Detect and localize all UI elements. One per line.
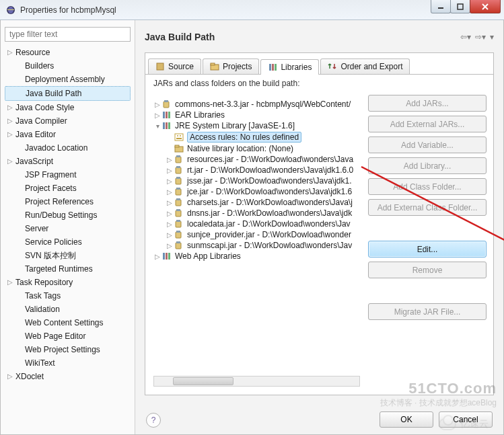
- tab-order-and-export[interactable]: Order and Export: [320, 58, 410, 74]
- tree-node[interactable]: Access rules: No rules defined: [152, 131, 361, 143]
- order-icon: [328, 62, 337, 71]
- nav-item-label: Web Project Settings: [25, 344, 100, 355]
- add-jars-button[interactable]: Add JARs...: [368, 95, 487, 112]
- nav-item[interactable]: ▷Java Editor: [5, 128, 131, 141]
- filter-input[interactable]: [5, 27, 131, 42]
- tab-source[interactable]: Source: [148, 58, 201, 74]
- chevron-right-icon: ▷: [7, 116, 15, 126]
- svg-rect-43: [176, 243, 181, 249]
- nav-item[interactable]: JSP Fragment: [5, 168, 131, 182]
- nav-item[interactable]: ▷XDoclet: [5, 370, 131, 383]
- tree-node-label: EAR Libraries: [175, 110, 225, 120]
- tree-node[interactable]: ▷dnsns.jar - D:\WorkDowload\wonders\Java…: [152, 208, 361, 219]
- back-icon[interactable]: ⇦▾: [460, 32, 471, 42]
- nav-item[interactable]: ▷Java Code Style: [5, 101, 131, 114]
- jar-icon: [174, 198, 184, 207]
- tree-node-label: jce.jar - D:\WorkDowload\wonders\Java\jd…: [187, 187, 352, 196]
- add-variable-button[interactable]: Add Variable...: [368, 136, 487, 153]
- svg-rect-29: [176, 167, 181, 173]
- tree-node[interactable]: ▷commons-net-3.3.jar - hcbmpMysql/WebCon…: [152, 99, 361, 110]
- cancel-button[interactable]: Cancel: [439, 411, 493, 428]
- chevron-right-icon: ▷: [7, 277, 15, 288]
- projects-icon: [210, 62, 219, 71]
- tab-libraries[interactable]: Libraries: [260, 59, 319, 75]
- tree-node[interactable]: ▷jce.jar - D:\WorkDowload\wonders\Java\j…: [152, 186, 361, 197]
- nav-item-label: JavaScript: [15, 156, 53, 167]
- nav-item[interactable]: Web Content Settings: [5, 316, 131, 329]
- scrollbar-thumb[interactable]: [173, 377, 233, 385]
- tree-node[interactable]: Native library location: (None): [152, 143, 361, 154]
- tree-node-label: localedata.jar - D:\WorkDowload\wonders\…: [187, 219, 351, 229]
- migrate-jar-button[interactable]: Migrate JAR File...: [368, 303, 487, 320]
- forward-icon[interactable]: ⇨▾: [475, 32, 486, 42]
- chevron-right-icon: ▷: [153, 253, 161, 260]
- add-external-class-folder-button[interactable]: Add External Class Folder...: [368, 199, 487, 216]
- tree-node[interactable]: ▷jsse.jar - D:\WorkDowload\wonders\Java\…: [152, 175, 361, 186]
- menu-icon[interactable]: ▾: [490, 32, 494, 42]
- nav-item-label: Server: [25, 223, 48, 234]
- add-library-button[interactable]: Add Library...: [368, 157, 487, 174]
- nav-item[interactable]: ▷Task Repository: [5, 276, 131, 289]
- nav-item[interactable]: Deployment Assembly: [5, 73, 131, 86]
- nav-item-label: Deployment Assembly: [25, 74, 105, 85]
- nav-item[interactable]: WikiText: [5, 356, 131, 370]
- nav-item[interactable]: ▷Java Compiler: [5, 114, 131, 128]
- nav-item-label: Javadoc Location: [25, 143, 87, 153]
- category-sidebar: ▷ResourceBuildersDeployment AssemblyJava…: [1, 20, 135, 434]
- category-tree[interactable]: ▷ResourceBuildersDeployment AssemblyJava…: [5, 46, 131, 383]
- nav-item[interactable]: Validation: [5, 303, 131, 316]
- nav-item[interactable]: Run/Debug Settings: [5, 208, 131, 222]
- nav-item[interactable]: Task Tags: [5, 289, 131, 303]
- nav-item[interactable]: ▷JavaScript: [5, 155, 131, 168]
- nav-item[interactable]: Targeted Runtimes: [5, 262, 131, 276]
- ok-button[interactable]: OK: [380, 411, 433, 428]
- tab-projects[interactable]: Projects: [203, 58, 259, 74]
- nav-item-label: WikiText: [25, 358, 55, 368]
- remove-button[interactable]: Remove: [368, 262, 487, 278]
- svg-rect-32: [176, 177, 180, 179]
- tree-node[interactable]: ▷sunmscapi.jar - D:\WorkDowload\wonders\…: [152, 240, 361, 251]
- minimize-button[interactable]: [431, 0, 451, 13]
- libraries-icon: [268, 63, 277, 72]
- svg-rect-46: [166, 253, 168, 260]
- nav-item[interactable]: Project Facets: [5, 182, 131, 195]
- nav-item[interactable]: Javadoc Location: [5, 141, 131, 155]
- svg-rect-40: [176, 220, 180, 222]
- nav-item[interactable]: Project References: [5, 195, 131, 208]
- nav-item[interactable]: Service Policies: [5, 235, 131, 249]
- tree-node[interactable]: ▾JRE System Library [JavaSE-1.6]: [152, 120, 361, 131]
- nav-item[interactable]: Web Project Settings: [5, 343, 131, 356]
- tree-node[interactable]: ▷charsets.jar - D:\WorkDowload\wonders\J…: [152, 197, 361, 208]
- chevron-right-icon: ▷: [166, 242, 174, 249]
- svg-rect-17: [168, 112, 170, 118]
- chevron-right-icon: ▷: [166, 188, 174, 196]
- nav-item[interactable]: Builders: [5, 59, 131, 73]
- tab-label: Source: [168, 62, 194, 71]
- maximize-button[interactable]: [450, 0, 470, 13]
- edit-button[interactable]: Edit...: [368, 241, 487, 258]
- help-button[interactable]: ?: [146, 413, 161, 428]
- tree-node[interactable]: ▷localedata.jar - D:\WorkDowload\wonders…: [152, 219, 361, 229]
- close-button[interactable]: [470, 0, 501, 13]
- buildpath-tree[interactable]: ▷commons-net-3.3.jar - hcbmpMysql/WebCon…: [152, 99, 361, 262]
- tree-node[interactable]: ▷sunjce_provider.jar - D:\WorkDowload\wo…: [152, 229, 361, 240]
- nav-item[interactable]: Java Build Path: [5, 86, 131, 101]
- svg-rect-45: [163, 253, 165, 260]
- lib-icon: [161, 110, 172, 120]
- tree-node[interactable]: ▷rt.jar - D:\WorkDowload\wonders\Java\jd…: [152, 165, 361, 175]
- tab-label: Order and Export: [340, 62, 402, 71]
- nav-item[interactable]: ▷Resource: [5, 46, 131, 59]
- add-class-folder-button[interactable]: Add Class Folder...: [368, 178, 487, 195]
- nav-item[interactable]: Web Page Editor: [5, 329, 131, 343]
- tree-node[interactable]: ▷EAR Libraries: [152, 110, 361, 120]
- access-icon: [174, 132, 184, 142]
- nav-item[interactable]: Server: [5, 222, 131, 235]
- jar-icon: [174, 241, 184, 250]
- horizontal-scrollbar[interactable]: [153, 376, 360, 387]
- tree-node[interactable]: ▷resources.jar - D:\WorkDowload\wonders\…: [152, 154, 361, 165]
- nav-item-label: JSP Fragment: [25, 169, 76, 180]
- tree-node[interactable]: ▷Web App Libraries: [152, 251, 361, 262]
- nav-item[interactable]: SVN 版本控制: [5, 249, 131, 262]
- add-external-jars-button[interactable]: Add External JARs...: [368, 116, 487, 132]
- tree-node-label: sunjce_provider.jar - D:\WorkDowload\won…: [187, 230, 351, 239]
